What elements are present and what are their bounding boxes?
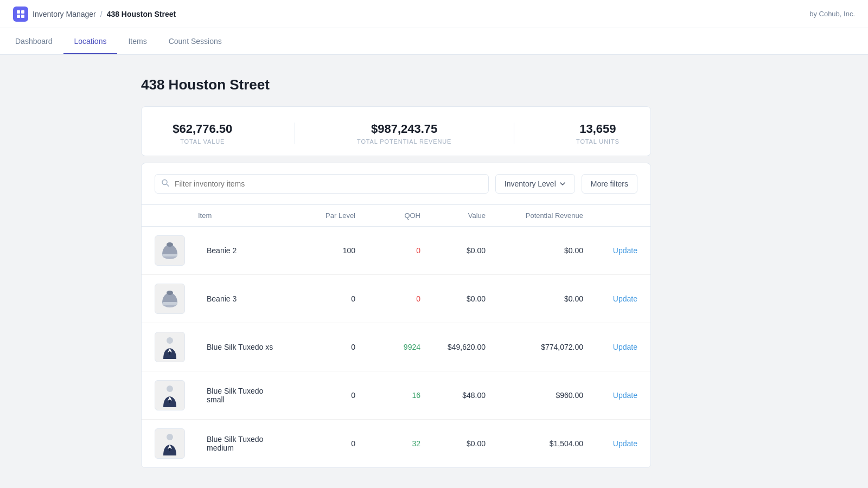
- item-qoh: 16: [355, 391, 420, 400]
- stat-divider-1: [295, 123, 295, 144]
- item-name: Blue Silk Tuxedo xs: [198, 343, 279, 351]
- search-wrapper: [155, 174, 489, 194]
- item-update-button[interactable]: Update: [583, 391, 637, 400]
- item-par-level: 0: [279, 439, 355, 448]
- table-row: Beanie 300$0.00$0.00Update: [142, 275, 650, 323]
- svg-line-5: [167, 184, 169, 187]
- svg-rect-15: [169, 400, 170, 403]
- item-value: $0.00: [420, 294, 486, 303]
- svg-rect-2: [17, 15, 20, 18]
- nav-bar: Dashboard Locations Items Count Sessions: [0, 28, 868, 55]
- svg-rect-10: [162, 302, 177, 305]
- main-content: 438 Houston Street $62,776.50 TOTAL VALU…: [0, 55, 651, 488]
- col-header-action: [583, 211, 637, 220]
- item-potential-revenue: $0.00: [486, 246, 583, 255]
- item-thumbnail: [155, 235, 185, 266]
- table-row: Blue Silk Tuxedo small016$48.00$960.00Up…: [142, 371, 650, 420]
- col-header-potential-revenue: Potential Revenue: [486, 211, 583, 220]
- item-update-button[interactable]: Update: [583, 439, 637, 448]
- item-value: $0.00: [420, 439, 486, 448]
- inventory-level-button[interactable]: Inventory Level: [495, 174, 575, 194]
- col-header-item: Item: [198, 211, 279, 220]
- item-par-level: 0: [279, 343, 355, 351]
- tab-count-sessions[interactable]: Count Sessions: [158, 28, 233, 54]
- item-update-button[interactable]: Update: [583, 343, 637, 351]
- stat-potential-revenue: $987,243.75 TOTAL POTENTIAL REVENUE: [357, 122, 451, 145]
- item-potential-revenue: $0.00: [486, 294, 583, 303]
- stat-total-value: $62,776.50 TOTAL VALUE: [173, 122, 232, 145]
- item-thumbnail: [155, 284, 185, 314]
- app-name: Inventory Manager: [33, 10, 96, 18]
- stat-total-units: 13,659 TOTAL UNITS: [576, 122, 620, 145]
- item-thumbnail: [155, 380, 185, 410]
- stats-card: $62,776.50 TOTAL VALUE $987,243.75 TOTAL…: [141, 106, 651, 156]
- top-bar: Inventory Manager / 438 Houston Street b…: [0, 0, 868, 28]
- item-par-level: 0: [279, 294, 355, 303]
- stat-divider-2: [514, 123, 514, 144]
- tab-dashboard[interactable]: Dashboard: [13, 28, 63, 54]
- item-image-cell: [155, 284, 198, 314]
- item-qoh: 32: [355, 439, 420, 448]
- table-row: Blue Silk Tuxedo xs09924$49,620.00$774,0…: [142, 323, 650, 371]
- item-par-level: 100: [279, 246, 355, 255]
- app-icon: [13, 7, 28, 22]
- svg-point-11: [167, 291, 173, 295]
- item-potential-revenue: $774,072.00: [486, 343, 583, 351]
- item-image-cell: [155, 380, 198, 410]
- table-body: Beanie 21000$0.00$0.00Update Beanie 300$…: [142, 227, 650, 467]
- svg-rect-0: [17, 10, 20, 14]
- search-icon: [161, 179, 170, 189]
- col-header-img: [155, 211, 198, 220]
- item-image-cell: [155, 428, 198, 459]
- item-value: $0.00: [420, 246, 486, 255]
- item-value: $48.00: [420, 391, 486, 400]
- svg-point-12: [167, 337, 173, 344]
- stat-potential-revenue-number: $987,243.75: [357, 122, 451, 136]
- svg-rect-7: [162, 254, 177, 256]
- item-image-cell: [155, 332, 198, 362]
- item-qoh: 0: [355, 246, 420, 255]
- svg-point-8: [167, 242, 173, 247]
- company-name: by Cohub, Inc.: [809, 10, 855, 18]
- item-potential-revenue: $960.00: [486, 391, 583, 400]
- svg-rect-1: [21, 10, 24, 14]
- item-name: Blue Silk Tuxedo small: [198, 387, 279, 404]
- svg-rect-3: [21, 15, 24, 18]
- col-header-value: Value: [420, 211, 486, 220]
- item-potential-revenue: $1,504.00: [486, 439, 583, 448]
- item-qoh: 0: [355, 294, 420, 303]
- breadcrumb-text: Inventory Manager / 438 Houston Street: [33, 10, 176, 18]
- item-thumbnail: [155, 428, 185, 459]
- table-header: Item Par Level QOH Value Potential Reven…: [142, 205, 650, 227]
- item-update-button[interactable]: Update: [583, 246, 637, 255]
- item-thumbnail: [155, 332, 185, 362]
- stat-total-units-number: 13,659: [576, 122, 620, 136]
- item-update-button[interactable]: Update: [583, 294, 637, 303]
- svg-rect-13: [169, 351, 170, 355]
- item-value: $49,620.00: [420, 343, 486, 351]
- filter-row: Inventory Level More filters: [142, 163, 650, 205]
- item-name: Blue Silk Tuxedo medium: [198, 435, 279, 452]
- tab-locations[interactable]: Locations: [63, 28, 118, 54]
- page-title: 438 Houston Street: [141, 76, 651, 93]
- tab-items[interactable]: Items: [117, 28, 157, 54]
- inventory-table-section: Inventory Level More filters Item Par Le…: [141, 163, 651, 468]
- svg-rect-17: [169, 448, 170, 451]
- item-name: Beanie 3: [198, 294, 279, 303]
- item-qoh: 9924: [355, 343, 420, 351]
- col-header-qoh: QOH: [355, 211, 420, 220]
- stat-potential-revenue-label: TOTAL POTENTIAL REVENUE: [357, 138, 451, 145]
- item-name: Beanie 2: [198, 246, 279, 255]
- svg-point-14: [167, 386, 173, 392]
- stat-total-units-label: TOTAL UNITS: [576, 138, 620, 145]
- chevron-down-icon: [559, 181, 566, 187]
- stat-total-value-number: $62,776.50: [173, 122, 232, 136]
- breadcrumb-separator: /: [100, 10, 103, 18]
- item-image-cell: [155, 235, 198, 266]
- item-par-level: 0: [279, 391, 355, 400]
- svg-point-16: [167, 434, 173, 440]
- table-row: Blue Silk Tuxedo medium032$0.00$1,504.00…: [142, 420, 650, 467]
- search-input[interactable]: [155, 174, 489, 194]
- more-filters-button[interactable]: More filters: [582, 174, 637, 194]
- breadcrumb: Inventory Manager / 438 Houston Street: [13, 7, 176, 22]
